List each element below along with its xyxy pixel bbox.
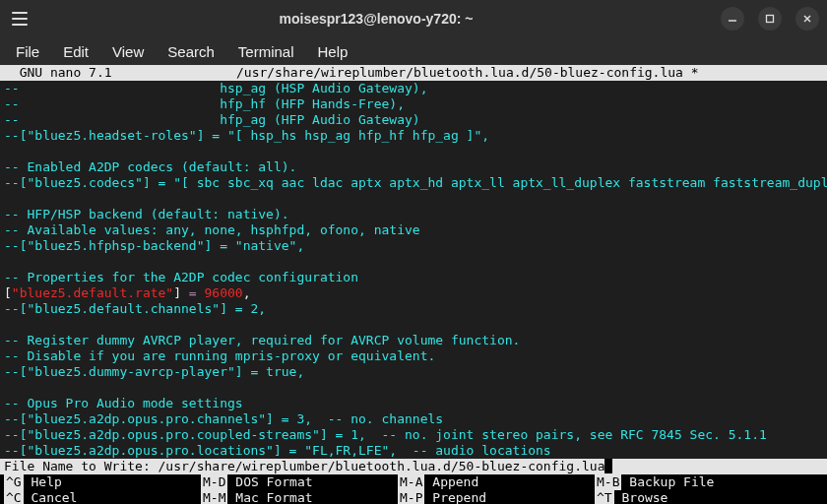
code-line: --["bluez5.headset-roles"] = "[ hsp_hs h… bbox=[4, 128, 823, 144]
nano-filename: /usr/share/wireplumber/bluetooth.lua.d/5… bbox=[112, 65, 823, 81]
code-line: --["bluez5.hfphsp-backend"] = "native", bbox=[4, 238, 823, 254]
nano-help-bar: ^G HelpM-D DOS FormatM-A AppendM-B Backu… bbox=[0, 474, 827, 504]
code-line: -- Properties for the A2DP codec configu… bbox=[4, 270, 823, 285]
code-line: -- Opus Pro Audio mode settings bbox=[4, 396, 823, 411]
code-line bbox=[4, 191, 823, 207]
nano-header: GNU nano 7.1 /usr/share/wireplumber/blue… bbox=[0, 65, 827, 81]
help-row: ^G HelpM-D DOS FormatM-A AppendM-B Backu… bbox=[4, 474, 823, 490]
window-controls bbox=[721, 7, 819, 31]
code-line: ["bluez5.default.rate"] = 96000, bbox=[4, 285, 823, 301]
close-button[interactable] bbox=[795, 7, 819, 31]
code-line: -- Register dummy AVRCP player, required… bbox=[4, 333, 823, 348]
code-line: --["bluez5.default.channels"] = 2, bbox=[4, 301, 823, 317]
menu-help[interactable]: Help bbox=[308, 40, 358, 63]
code-line: --["bluez5.a2dp.opus.pro.coupled-streams… bbox=[4, 427, 823, 443]
code-line: -- hsp_ag (HSP Audio Gateway), bbox=[4, 81, 823, 96]
help-item[interactable]: M-A Append bbox=[398, 474, 595, 490]
help-item[interactable]: ^G Help bbox=[4, 474, 201, 490]
maximize-button[interactable] bbox=[758, 7, 782, 31]
code-line: -- hfp_ag (HFP Audio Gateway) bbox=[4, 112, 823, 128]
terminal-area[interactable]: GNU nano 7.1 /usr/share/wireplumber/blue… bbox=[0, 65, 827, 504]
code-line: -- Available values: any, none, hsphfpd,… bbox=[4, 222, 823, 238]
code-line: --["bluez5.codecs"] = "[ sbc sbc_xq aac … bbox=[4, 175, 823, 191]
menu-terminal[interactable]: Terminal bbox=[228, 40, 304, 63]
svg-rect-1 bbox=[767, 16, 774, 23]
code-line bbox=[4, 317, 823, 333]
code-line: -- Disable if you are running mpris-prox… bbox=[4, 348, 823, 364]
code-line: -- HFP/HSP backend (default: native). bbox=[4, 207, 823, 222]
code-line: --["bluez5.a2dp.opus.pro.channels"] = 3,… bbox=[4, 411, 823, 427]
code-line: -- hfp_hf (HFP Hands-Free), bbox=[4, 96, 823, 112]
minimize-button[interactable] bbox=[721, 7, 744, 31]
code-line: --["bluez5.dummy-avrcp-player"] = true, bbox=[4, 364, 823, 380]
code-line bbox=[4, 144, 823, 159]
help-item[interactable]: M-D DOS Format bbox=[201, 474, 398, 490]
help-row: ^C CancelM-M Mac FormatM-P Prepend^T Bro… bbox=[4, 490, 823, 504]
nano-write-prompt[interactable]: File Name to Write: /usr/share/wireplumb… bbox=[0, 459, 827, 474]
menu-file[interactable]: File bbox=[6, 40, 49, 63]
nano-editor-content[interactable]: -- hsp_ag (HSP Audio Gateway),-- hfp_hf … bbox=[0, 81, 827, 459]
menu-edit[interactable]: Edit bbox=[53, 40, 98, 63]
code-line bbox=[4, 254, 823, 270]
code-line bbox=[4, 380, 823, 396]
code-line: --["bluez5.a2dp.opus.pro.locations"] = "… bbox=[4, 443, 823, 459]
menu-search[interactable]: Search bbox=[158, 40, 224, 63]
help-item[interactable]: ^C Cancel bbox=[4, 490, 201, 504]
hamburger-icon[interactable] bbox=[8, 7, 32, 31]
help-item[interactable]: M-B Backup File bbox=[595, 474, 792, 490]
help-item[interactable]: M-P Prepend bbox=[398, 490, 595, 504]
code-line: -- Enabled A2DP codecs (default: all). bbox=[4, 159, 823, 175]
window-titlebar: moisespr123@lenovo-y720: ~ bbox=[0, 0, 827, 37]
menu-view[interactable]: View bbox=[102, 40, 154, 63]
help-item[interactable]: M-M Mac Format bbox=[201, 490, 398, 504]
nano-version: GNU nano 7.1 bbox=[4, 65, 112, 81]
help-item[interactable]: ^T Browse bbox=[595, 490, 792, 504]
window-title: moisespr123@lenovo-y720: ~ bbox=[32, 11, 721, 27]
menubar: File Edit View Search Terminal Help bbox=[0, 37, 827, 65]
